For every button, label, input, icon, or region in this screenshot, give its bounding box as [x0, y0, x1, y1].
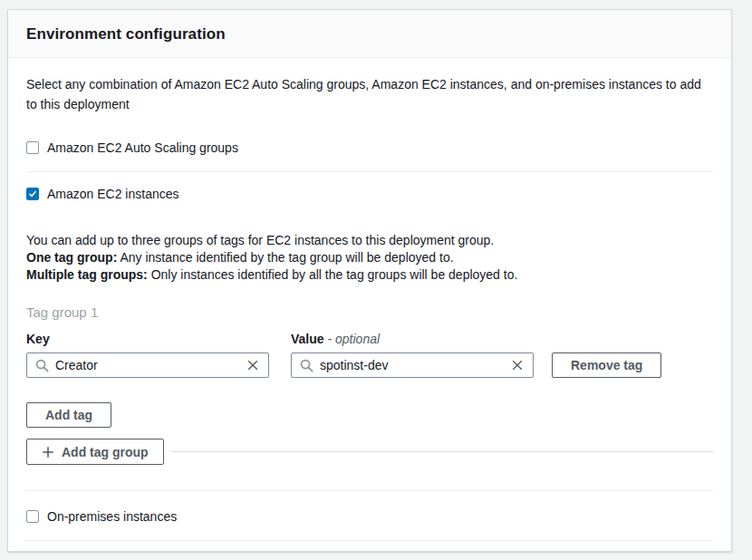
panel-title: Environment configuration [26, 25, 713, 43]
clear-value-icon[interactable] [510, 358, 525, 372]
panel-description: Select any combination of Amazon EC2 Aut… [26, 74, 711, 114]
auto-scaling-groups-checkbox[interactable] [26, 141, 39, 154]
section-divider [26, 540, 713, 541]
section-divider [26, 490, 713, 491]
add-tag-button[interactable]: Add tag [26, 402, 111, 428]
tag-group-title: Tag group 1 [26, 304, 713, 320]
value-input[interactable] [320, 358, 510, 372]
environment-configuration-panel: Environment configuration Select any com… [7, 9, 732, 552]
field-labels-row: Key Value - optional [26, 332, 713, 346]
on-premises-checkbox[interactable] [26, 510, 39, 523]
ec2-instances-label[interactable]: Amazon EC2 instances [47, 187, 179, 201]
panel-header: Environment configuration [8, 10, 731, 58]
checkbox-row-ec2-instances[interactable]: Amazon EC2 instances [26, 187, 713, 201]
optional-hint: - optional [327, 332, 380, 346]
plus-icon [42, 446, 54, 459]
checkmark-icon [28, 189, 37, 198]
key-input-container [26, 352, 269, 378]
search-icon [35, 359, 49, 372]
help-line-1: You can add up to three groups of tags f… [26, 232, 713, 249]
value-input-container [291, 352, 534, 378]
auto-scaling-groups-label[interactable]: Amazon EC2 Auto Scaling groups [47, 140, 238, 155]
checkbox-row-on-premises[interactable]: On-premises instances [26, 509, 713, 524]
key-label: Key [26, 332, 269, 346]
search-icon [300, 359, 313, 372]
clear-key-icon[interactable] [246, 358, 260, 372]
checkbox-row-auto-scaling-groups[interactable]: Amazon EC2 Auto Scaling groups [26, 140, 713, 155]
key-input[interactable] [55, 358, 246, 372]
add-tag-group-row: Add tag group [26, 439, 713, 465]
tag-group-divider-line [171, 451, 713, 452]
remove-tag-button[interactable]: Remove tag [552, 352, 661, 378]
ec2-instances-checkbox[interactable] [26, 188, 39, 200]
section-divider [26, 171, 713, 172]
value-label: Value - optional [291, 332, 534, 346]
tag-groups-help-text: You can add up to three groups of tags f… [26, 232, 713, 284]
on-premises-label[interactable]: On-premises instances [47, 509, 177, 524]
tag-inputs-row: Remove tag [26, 352, 713, 378]
help-line-3: Multiple tag groups: Only instances iden… [26, 266, 713, 284]
add-tag-row: Add tag [26, 402, 713, 428]
help-line-2: One tag group: Any instance identified b… [26, 249, 713, 266]
add-tag-group-button[interactable]: Add tag group [26, 439, 164, 465]
panel-body: Select any combination of Amazon EC2 Aut… [8, 74, 731, 559]
